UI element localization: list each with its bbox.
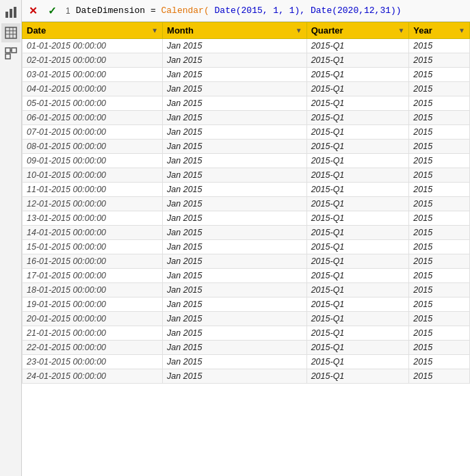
data-table: Date ▼ Month ▼ Quarter ▼ xyxy=(22,22,470,384)
cell-quarter: 2015-Q1 xyxy=(306,197,409,211)
cell-date: 20-01-2015 00:00:00 xyxy=(23,312,163,326)
date-dropdown-icon[interactable]: ▼ xyxy=(151,27,158,34)
header-quarter-label: Quarter xyxy=(311,25,343,36)
cell-quarter: 2015-Q1 xyxy=(306,240,409,254)
cell-date: 05-01-2015 00:00:00 xyxy=(23,96,163,111)
table-row: 07-01-2015 00:00:00Jan 20152015-Q12015 xyxy=(23,125,470,140)
cell-quarter: 2015-Q1 xyxy=(306,269,409,283)
table-row: 22-01-2015 00:00:00Jan 20152015-Q12015 xyxy=(23,341,470,355)
cell-date: 01-01-2015 00:00:00 xyxy=(23,39,163,53)
line-number: 1 xyxy=(63,6,73,16)
cell-year: 2015 xyxy=(409,298,470,312)
table-row: 21-01-2015 00:00:00Jan 20152015-Q12015 xyxy=(23,326,470,341)
formula-input[interactable]: DateDimension = Calendar( Date(2015, 1, … xyxy=(76,5,467,16)
formula-fn: Calendar( xyxy=(161,5,209,16)
cell-month: Jan 2015 xyxy=(163,240,307,254)
cell-month: Jan 2015 xyxy=(163,140,307,154)
cell-date: 08-01-2015 00:00:00 xyxy=(23,140,163,154)
cell-date: 09-01-2015 00:00:00 xyxy=(23,154,163,168)
cell-year: 2015 xyxy=(409,226,470,240)
cell-year: 2015 xyxy=(409,269,470,283)
header-quarter[interactable]: Quarter ▼ xyxy=(306,23,409,39)
cell-date: 17-01-2015 00:00:00 xyxy=(23,269,163,283)
cell-year: 2015 xyxy=(409,39,470,53)
cell-quarter: 2015-Q1 xyxy=(306,82,409,96)
cell-month: Jan 2015 xyxy=(163,53,307,68)
svg-rect-2 xyxy=(14,7,16,18)
table-row: 12-01-2015 00:00:00Jan 20152015-Q12015 xyxy=(23,197,470,211)
table-row: 09-01-2015 00:00:00Jan 20152015-Q12015 xyxy=(23,154,470,168)
cell-year: 2015 xyxy=(409,82,470,96)
header-date[interactable]: Date ▼ xyxy=(23,23,163,39)
svg-rect-1 xyxy=(10,9,12,18)
cell-year: 2015 xyxy=(409,369,470,384)
cell-month: Jan 2015 xyxy=(163,183,307,197)
table-row: 08-01-2015 00:00:00Jan 20152015-Q12015 xyxy=(23,140,470,154)
table-row: 02-01-2015 00:00:00Jan 20152015-Q12015 xyxy=(23,53,470,68)
cell-month: Jan 2015 xyxy=(163,226,307,240)
header-year-label: Year xyxy=(413,25,432,36)
cell-month: Jan 2015 xyxy=(163,82,307,96)
table-row: 18-01-2015 00:00:00Jan 20152015-Q12015 xyxy=(23,283,470,298)
cell-year: 2015 xyxy=(409,355,470,369)
cell-quarter: 2015-Q1 xyxy=(306,183,409,197)
svg-rect-10 xyxy=(5,54,10,59)
cell-year: 2015 xyxy=(409,125,470,140)
cell-date: 04-01-2015 00:00:00 xyxy=(23,82,163,96)
header-month-label: Month xyxy=(167,25,194,36)
cell-year: 2015 xyxy=(409,312,470,326)
svg-rect-3 xyxy=(5,27,16,38)
cell-date: 23-01-2015 00:00:00 xyxy=(23,355,163,369)
cell-month: Jan 2015 xyxy=(163,111,307,125)
year-dropdown-icon[interactable]: ▼ xyxy=(458,27,465,34)
header-date-label: Date xyxy=(27,25,46,36)
cell-month: Jan 2015 xyxy=(163,68,307,82)
formula-bar: ✕ ✓ 1 DateDimension = Calendar( Date(201… xyxy=(22,0,470,22)
bar-chart-icon[interactable] xyxy=(1,3,21,22)
formula-var: DateDimension = xyxy=(76,5,161,16)
cell-quarter: 2015-Q1 xyxy=(306,369,409,384)
cell-year: 2015 xyxy=(409,140,470,154)
table-header-row: Date ▼ Month ▼ Quarter ▼ xyxy=(23,23,470,39)
cell-quarter: 2015-Q1 xyxy=(306,283,409,298)
confirm-button[interactable]: ✓ xyxy=(44,3,60,19)
cell-quarter: 2015-Q1 xyxy=(306,68,409,82)
cell-year: 2015 xyxy=(409,68,470,82)
header-month[interactable]: Month ▼ xyxy=(163,23,307,39)
cell-year: 2015 xyxy=(409,254,470,269)
cancel-button[interactable]: ✕ xyxy=(25,3,41,19)
cell-month: Jan 2015 xyxy=(163,211,307,226)
cell-year: 2015 xyxy=(409,240,470,254)
cell-quarter: 2015-Q1 xyxy=(306,53,409,68)
cell-quarter: 2015-Q1 xyxy=(306,211,409,226)
cell-month: Jan 2015 xyxy=(163,269,307,283)
cell-quarter: 2015-Q1 xyxy=(306,111,409,125)
cell-quarter: 2015-Q1 xyxy=(306,312,409,326)
table-row: 14-01-2015 00:00:00Jan 20152015-Q12015 xyxy=(23,226,470,240)
header-year[interactable]: Year ▼ xyxy=(409,23,470,39)
table-row: 23-01-2015 00:00:00Jan 20152015-Q12015 xyxy=(23,355,470,369)
cell-quarter: 2015-Q1 xyxy=(306,226,409,240)
cell-month: Jan 2015 xyxy=(163,369,307,384)
svg-rect-9 xyxy=(12,48,16,53)
formula-date2: Date(2020,12,31)) xyxy=(305,5,401,16)
cell-month: Jan 2015 xyxy=(163,298,307,312)
table-row: 05-01-2015 00:00:00Jan 20152015-Q12015 xyxy=(23,96,470,111)
cell-year: 2015 xyxy=(409,111,470,125)
cell-quarter: 2015-Q1 xyxy=(306,326,409,341)
data-table-area[interactable]: Date ▼ Month ▼ Quarter ▼ xyxy=(22,22,470,476)
cell-year: 2015 xyxy=(409,326,470,341)
cell-quarter: 2015-Q1 xyxy=(306,341,409,355)
cell-date: 22-01-2015 00:00:00 xyxy=(23,341,163,355)
cell-year: 2015 xyxy=(409,341,470,355)
month-dropdown-icon[interactable]: ▼ xyxy=(296,27,302,34)
cell-year: 2015 xyxy=(409,154,470,168)
cell-year: 2015 xyxy=(409,96,470,111)
model-icon[interactable] xyxy=(1,44,21,63)
cell-year: 2015 xyxy=(409,53,470,68)
quarter-dropdown-icon[interactable]: ▼ xyxy=(397,27,404,34)
cell-quarter: 2015-Q1 xyxy=(306,96,409,111)
cell-date: 21-01-2015 00:00:00 xyxy=(23,326,163,341)
svg-rect-8 xyxy=(5,48,10,53)
table-icon[interactable] xyxy=(1,23,21,42)
